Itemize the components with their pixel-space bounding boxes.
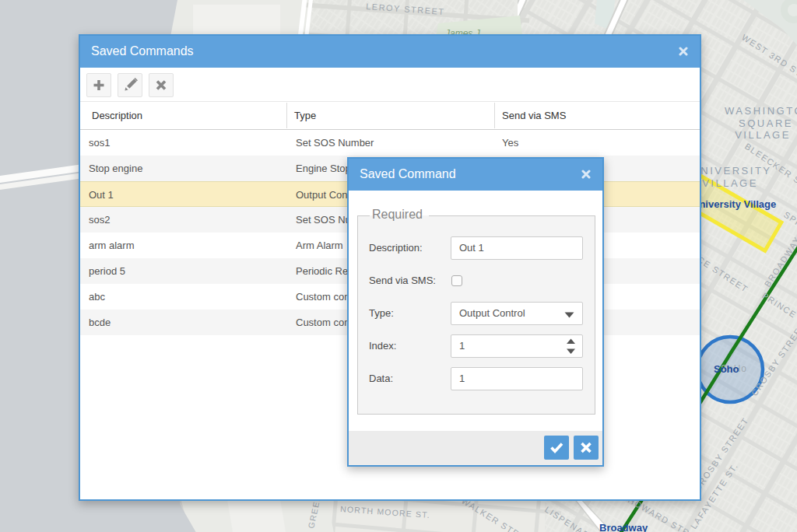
svg-text:Soho: Soho — [714, 363, 739, 375]
svg-text:VILLAGE: VILLAGE — [735, 129, 791, 141]
svg-text:SQUARE: SQUARE — [739, 117, 793, 129]
svg-text:University Village: University Village — [692, 198, 776, 210]
svg-text:WASHINGTON: WASHINGTON — [725, 105, 797, 117]
svg-text:Broadway: Broadway — [599, 522, 648, 532]
svg-text:UNIVERSITY: UNIVERSITY — [691, 165, 771, 177]
svg-text:VILLAGE: VILLAGE — [702, 177, 758, 189]
